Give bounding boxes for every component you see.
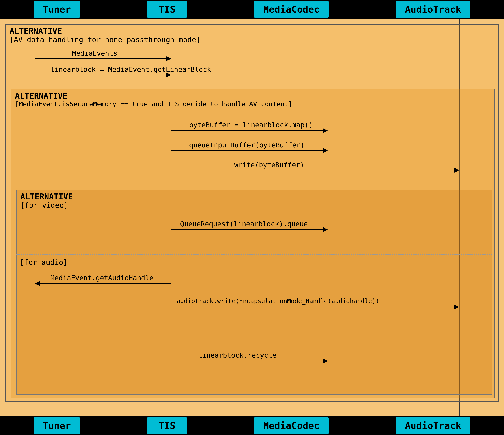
arrow-audiotrack-write (171, 307, 459, 307)
actor-audiotrack-footer: AudioTrack (396, 417, 470, 434)
label-getlinearblock: linearblock = MediaEvent.getLinearBlock (50, 66, 211, 73)
arrow-write (171, 170, 459, 170)
alt1-label: ALTERNATIVE (9, 26, 62, 36)
alt3-label: ALTERNATIVE (20, 192, 73, 201)
label-write: write(byteBuffer) (234, 161, 304, 169)
arrow-recycle (171, 361, 327, 361)
actor-mediacodec-footer: MediaCodec (254, 417, 329, 434)
footer-bar: Tuner TIS MediaCodec AudioTrack (0, 416, 504, 435)
arrow-queuerequest (171, 229, 327, 230)
header-bar: Tuner TIS MediaCodec AudioTrack (0, 0, 504, 19)
label-getaudiohandle: MediaEvent.getAudioHandle (50, 274, 153, 282)
label-audiotrack-write: audiotrack.write(EncapsulationMode_Handl… (177, 297, 379, 304)
label-queueinputbuffer: queueInputBuffer(byteBuffer) (189, 141, 305, 149)
actor-tuner-footer: Tuner (34, 417, 80, 434)
arrow-queueinputbuffer (171, 150, 327, 151)
actor-tis-header: TIS (147, 1, 187, 18)
arrow-map (171, 130, 327, 131)
arrow-mediaevents (35, 58, 171, 59)
alt3-condition-audio: [for audio] (20, 258, 68, 266)
actor-tis-footer: TIS (147, 417, 187, 434)
alt3-condition-video: [for video] (20, 201, 68, 209)
alt2-label: ALTERNATIVE (15, 91, 67, 100)
actor-audiotrack-header: AudioTrack (396, 1, 470, 18)
alt2-condition: [MediaEvent.isSecureMemory == true and T… (15, 100, 292, 108)
label-recycle: linearblock.recycle (198, 351, 277, 359)
arrow-getlinearblock (35, 75, 171, 75)
label-queuerequest: QueueRequest(linearblock).queue (180, 220, 308, 228)
main-content: ALTERNATIVE [AV data handling for none p… (0, 19, 504, 416)
arrow-getaudiohandle (35, 283, 171, 284)
label-map: byteBuffer = linearblock.map() (189, 121, 313, 129)
alt1-condition: [AV data handling for none passthrough m… (9, 35, 200, 44)
label-mediaevents: MediaEvents (72, 49, 117, 57)
dashed-separator (16, 254, 492, 255)
diagram-container: Tuner TIS MediaCodec AudioTrack ALTERNAT… (0, 0, 504, 435)
actor-mediacodec-header: MediaCodec (254, 1, 329, 18)
actor-tuner-header: Tuner (34, 1, 80, 18)
